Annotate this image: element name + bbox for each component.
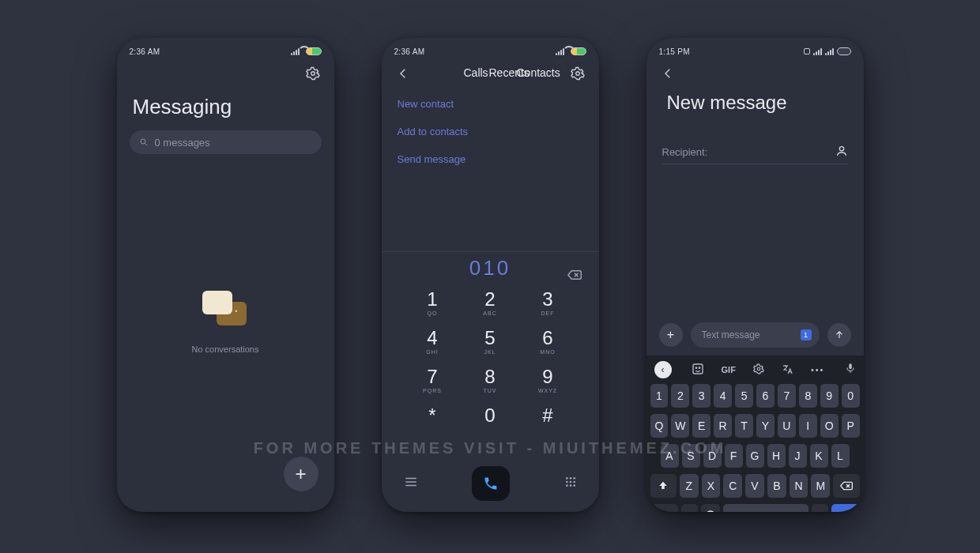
kb-collapse-icon[interactable]: ‹ [654,361,672,378]
status-time: 2:36 AM [394,47,425,56]
dial-key-1[interactable]: 1QO [404,290,462,316]
key-T[interactable]: T [735,414,753,438]
key-5[interactable]: 5 [735,384,753,408]
dial-key-3[interactable]: 3DEF [519,290,577,316]
svg-point-21 [699,367,699,368]
back-icon[interactable] [659,65,677,82]
key-0[interactable]: 0 [842,384,860,408]
key-U[interactable]: U [778,414,796,438]
dial-key-0[interactable]: 0 [462,406,519,425]
key-S[interactable]: S [682,444,700,468]
svg-point-12 [566,481,568,483]
dial-key-9[interactable]: 9WXYZ [519,367,577,393]
key-6[interactable]: 6 [756,384,775,408]
search-placeholder: 0 messages [155,137,210,149]
key-9[interactable]: 9 [820,384,839,408]
settings-icon[interactable] [304,65,322,82]
translate-icon[interactable] [782,363,793,377]
key-7[interactable]: 7 [778,384,796,408]
search-input[interactable]: 0 messages [130,130,322,154]
dial-key-2[interactable]: 2ABC [462,290,519,316]
key-E[interactable]: E [692,414,710,438]
key-D[interactable]: D [703,444,722,468]
battery-icon [837,47,851,55]
svg-point-22 [757,367,760,371]
more-icon[interactable]: ••• [811,365,825,374]
key-B[interactable]: B [767,474,786,498]
key-1[interactable]: 1 [650,384,669,408]
mic-icon[interactable] [845,362,856,378]
recipient-field[interactable]: Recipient: [662,141,848,164]
dial-key-5[interactable]: 5JKL [462,329,519,355]
signal2-icon [825,48,834,55]
shift-key[interactable] [650,474,677,498]
dial-key-#[interactable]: # [519,406,577,425]
svg-point-17 [573,484,575,487]
search-icon [139,137,149,147]
dial-key-8[interactable]: 8TUV [462,367,519,393]
key-H[interactable]: H [767,444,786,468]
key-Z[interactable]: Z [680,474,699,498]
key-8[interactable]: 8 [799,384,817,408]
key-Q[interactable]: Q [650,414,669,438]
page-title: Messaging [117,87,334,127]
action-new-contact[interactable]: New contact [398,98,583,110]
tab-contacts[interactable]: Contacts [517,66,560,79]
call-button[interactable] [472,466,510,501]
emoji-key[interactable] [701,504,720,512]
dialpad-toggle-icon[interactable] [564,476,577,491]
key-O[interactable]: O [820,414,839,438]
svg-point-18 [839,147,843,151]
svg-point-15 [566,484,568,487]
key-4[interactable]: 4 [714,384,732,408]
settings-icon[interactable] [569,65,586,82]
enter-key[interactable] [831,504,859,512]
message-input[interactable]: Text message 1 [691,322,820,348]
back-icon[interactable] [394,65,412,82]
sticker-icon[interactable] [692,363,704,377]
send-button[interactable] [827,323,851,347]
menu-icon[interactable] [404,476,418,491]
key-K[interactable]: K [810,444,828,468]
delete-key[interactable] [833,474,859,498]
dial-key-*[interactable]: * [404,406,462,425]
recipient-label: Recipient: [662,146,708,158]
key-V[interactable]: V [745,474,764,498]
action-send-message[interactable]: Send message [398,153,583,165]
key-2[interactable]: 2 [671,384,689,408]
key-G[interactable]: G [746,444,764,468]
key-J[interactable]: J [789,444,807,468]
compose-button[interactable]: + [284,457,318,491]
key-R[interactable]: R [714,414,732,438]
attach-button[interactable]: + [659,323,683,347]
key-N[interactable]: N [790,474,808,498]
key-M[interactable]: M [811,474,830,498]
action-add-to-contacts[interactable]: Add to contacts [398,126,583,137]
dial-key-6[interactable]: 6MNO [519,329,577,355]
dial-key-7[interactable]: 7PQRS [404,367,462,393]
svg-point-14 [573,481,575,483]
key-P[interactable]: P [842,414,860,438]
gif-button[interactable]: GIF [722,365,736,374]
key-L[interactable]: L [831,444,850,468]
key-C[interactable]: C [723,474,742,498]
key-W[interactable]: W [671,414,689,438]
backspace-icon[interactable] [567,261,582,286]
period-key[interactable]: . [812,504,829,512]
key-F[interactable]: F [725,444,743,468]
phone-messaging: 2:36 AM Messaging 0 messages No conversa… [117,38,334,512]
key-I[interactable]: I [799,414,817,438]
key-A[interactable]: A [661,444,679,468]
key-X[interactable]: X [702,474,721,498]
dial-key-4[interactable]: 4GHI [404,329,462,355]
kb-settings-icon[interactable] [753,363,764,376]
symbols-key[interactable]: ?123 [650,504,678,512]
spacebar-key[interactable] [723,504,808,512]
tab-calls[interactable]: Calls [464,66,488,79]
svg-line-2 [145,144,147,146]
chat-icon [202,291,248,329]
comma-key[interactable]: , [681,504,699,512]
add-contact-icon[interactable] [835,145,848,160]
key-3[interactable]: 3 [692,384,710,408]
key-Y[interactable]: Y [756,414,775,438]
